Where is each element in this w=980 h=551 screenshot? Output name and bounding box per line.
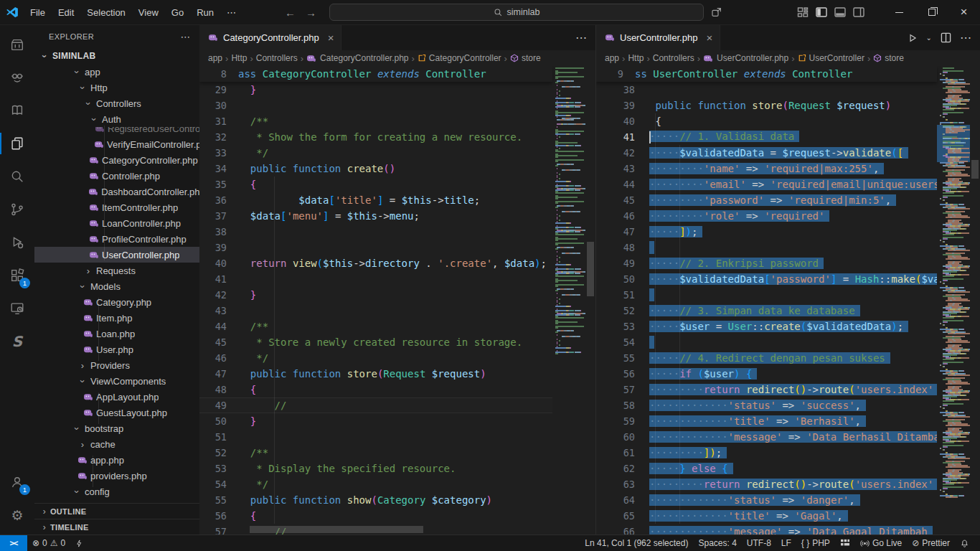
language-mode[interactable]: { }PHP bbox=[796, 535, 835, 551]
code-line-33[interactable]: 33 */ bbox=[199, 145, 552, 161]
breadcrumb-usercontroller.php[interactable]: UserController.php bbox=[703, 53, 788, 63]
sticky-scroll-line[interactable]: 9ss UserController extends Controller bbox=[596, 66, 937, 82]
tree-item-usercontroller.php[interactable]: UserController.php bbox=[34, 247, 199, 263]
tree-item-bootstrap[interactable]: ›bootstrap bbox=[34, 420, 199, 436]
code-line-58[interactable]: 58·············'status' => 'success', bbox=[596, 397, 937, 413]
indentation[interactable]: Spaces: 4 bbox=[693, 535, 741, 551]
minimap-right[interactable] bbox=[937, 66, 970, 534]
code-line-29[interactable]: 29 } bbox=[199, 82, 552, 98]
cursor-position[interactable]: Ln 41, Col 1 (962 selected) bbox=[580, 535, 693, 551]
breadcrumb-categorycontroller[interactable]: CategoryController bbox=[418, 53, 501, 63]
code-line-47[interactable]: 47·····]); bbox=[596, 224, 937, 240]
eol-sequence[interactable]: LF bbox=[776, 535, 796, 551]
code-line-52[interactable]: 52 /** bbox=[199, 445, 552, 461]
code-line-54[interactable]: 54 bbox=[596, 334, 937, 350]
ports-grid-icon[interactable] bbox=[835, 535, 855, 551]
code-line-31[interactable]: 31 /** bbox=[199, 113, 552, 129]
problems-indicator[interactable]: ⊗0 ⚠0 bbox=[27, 535, 70, 551]
code-line-48[interactable]: 48 bbox=[596, 240, 937, 255]
tree-item-cache[interactable]: ›cache bbox=[34, 436, 199, 452]
tree-item-controllers[interactable]: ›Controllers bbox=[34, 95, 199, 111]
code-line-56[interactable]: 56 { bbox=[199, 508, 552, 524]
breadcrumb-controllers[interactable]: Controllers bbox=[256, 53, 298, 63]
code-line-64[interactable]: 64·············'status' => 'danger', bbox=[596, 492, 937, 508]
search-activity-item[interactable] bbox=[0, 160, 34, 193]
tree-item-guestlayout.php[interactable]: GuestLayout.php bbox=[34, 405, 199, 420]
code-line-65[interactable]: 65·············'title' => 'Gagal', bbox=[596, 508, 937, 524]
run-code-icon[interactable] bbox=[908, 33, 918, 43]
code-line-59[interactable]: 59·············'title' => 'Berhasil', bbox=[596, 413, 937, 429]
prettier-button[interactable]: ⊘ Prettier bbox=[907, 535, 955, 551]
ports-lightning-icon[interactable] bbox=[70, 535, 88, 551]
breadcrumb-usercontroller[interactable]: UserController bbox=[798, 53, 864, 63]
breadcrumb-store[interactable]: store bbox=[873, 53, 904, 63]
code-line-54[interactable]: 54 */ bbox=[199, 476, 552, 492]
vertical-scrollbar-right[interactable] bbox=[970, 66, 980, 534]
run-debug-activity-item[interactable] bbox=[0, 226, 34, 259]
account-activity-item[interactable]: 1 bbox=[0, 466, 34, 499]
settings-gear-activity-item[interactable]: ⚙ bbox=[0, 499, 34, 532]
code-line-56[interactable]: 56·····if ($user) { bbox=[596, 366, 937, 382]
tree-item-providers.php[interactable]: providers.php bbox=[34, 468, 199, 484]
code-line-43[interactable]: 43·········'name' => 'required|max:255', bbox=[596, 161, 937, 176]
breadcrumb-http[interactable]: Http bbox=[231, 53, 247, 63]
tree-item-itemcontroller.php[interactable]: ItemController.php bbox=[34, 199, 199, 215]
minimap-left[interactable] bbox=[552, 66, 585, 534]
code-line-34[interactable]: 34 public function create() bbox=[199, 161, 552, 176]
code-line-38[interactable]: 38 bbox=[199, 224, 552, 240]
code-line-42[interactable]: 42·····$validatedData = $request->valida… bbox=[596, 145, 937, 161]
open-remote-window-icon[interactable] bbox=[711, 6, 722, 18]
code-line-55[interactable]: 55 public function show(Category $catego… bbox=[199, 492, 552, 508]
code-line-45[interactable]: 45·········'password' => 'required|min:5… bbox=[596, 192, 937, 208]
code-line-45[interactable]: 45 * Store a newly created resource in s… bbox=[199, 334, 552, 350]
tree-item-app[interactable]: ›app bbox=[34, 64, 199, 80]
close-tab-icon[interactable]: × bbox=[706, 32, 712, 44]
tree-root-siminlab[interactable]: ›SIMINLAB bbox=[34, 48, 199, 64]
code-line-53[interactable]: 53 * Display the specified resource. bbox=[199, 461, 552, 476]
goggles-activity-item[interactable] bbox=[0, 61, 34, 94]
outline-section[interactable]: ›OUTLINE bbox=[34, 503, 199, 519]
code-line-41[interactable]: 41 bbox=[199, 271, 552, 287]
code-line-36[interactable]: 36 $data['title'] = $this->title; bbox=[199, 192, 552, 208]
notifications-bell-icon[interactable] bbox=[955, 535, 974, 551]
tree-item-view-components[interactable]: ›View\Components bbox=[34, 373, 199, 389]
code-line-44[interactable]: 44·········'email' => 'required|email|un… bbox=[596, 176, 937, 192]
code-line-50[interactable]: 50·····$validatedData['password'] = Hash… bbox=[596, 271, 937, 287]
explorer-more-actions-icon[interactable]: ⋯ bbox=[181, 31, 191, 42]
code-line-40[interactable]: 40 { bbox=[596, 113, 937, 129]
code-line-63[interactable]: 63·········return redirect()->route('use… bbox=[596, 476, 937, 492]
close-window-button[interactable]: × bbox=[948, 0, 980, 24]
menu-selection[interactable]: Selection bbox=[81, 5, 131, 20]
code-line-43[interactable]: 43 bbox=[199, 303, 552, 319]
editor-more-actions-icon[interactable]: ⋯ bbox=[575, 31, 587, 44]
code-line-39[interactable]: 39 public function store(Request $reques… bbox=[596, 98, 937, 113]
tree-item-user.php[interactable]: User.php bbox=[34, 342, 199, 357]
menu-edit[interactable]: Edit bbox=[52, 5, 80, 20]
breadcrumb-app[interactable]: app bbox=[208, 53, 222, 63]
tree-item-profilecontroller.php[interactable]: ProfileController.php bbox=[34, 231, 199, 247]
container-activity-item[interactable] bbox=[0, 28, 34, 61]
timeline-section[interactable]: ›TIMELINE bbox=[34, 519, 199, 534]
sticky-scroll-line[interactable]: 8ass CategoryController extends Controll… bbox=[199, 66, 552, 82]
encoding[interactable]: UTF-8 bbox=[742, 535, 776, 551]
split-editor-icon[interactable] bbox=[941, 32, 951, 43]
breadcrumb-http[interactable]: Http bbox=[628, 53, 644, 63]
code-line-44[interactable]: 44 /** bbox=[199, 319, 552, 334]
minimize-button[interactable] bbox=[883, 0, 915, 24]
code-line-38[interactable]: 38 bbox=[596, 82, 937, 98]
code-line-46[interactable]: 46 */ bbox=[199, 350, 552, 366]
tree-item-models[interactable]: ›Models bbox=[34, 278, 199, 294]
s-letter-activity-item[interactable]: S bbox=[0, 325, 34, 358]
tree-item-item.php[interactable]: Item.php bbox=[34, 310, 199, 326]
tree-item-config[interactable]: ›config bbox=[34, 484, 199, 499]
breadcrumb-app[interactable]: app bbox=[605, 53, 619, 63]
code-line-37[interactable]: 37 $data['menu'] = $this->menu; bbox=[199, 208, 552, 224]
code-line-53[interactable]: 53·····$user = User::create($validatedDa… bbox=[596, 319, 937, 334]
vertical-scrollbar-left[interactable] bbox=[585, 66, 595, 534]
menu-[interactable]: ⋯ bbox=[221, 5, 242, 20]
tree-item-providers[interactable]: ›Providers bbox=[34, 357, 199, 373]
source-control-activity-item[interactable] bbox=[0, 193, 34, 226]
tab-categorycontroller[interactable]: CategoryController.php × bbox=[199, 25, 341, 50]
code-line-32[interactable]: 32 * Show the form for creating a new re… bbox=[199, 129, 552, 145]
tree-item-requests[interactable]: ›Requests bbox=[34, 263, 199, 278]
